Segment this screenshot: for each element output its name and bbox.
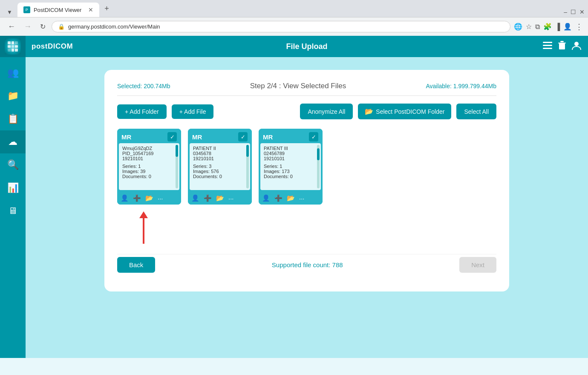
card-1-folder-icon[interactable]: 📂 [145, 194, 153, 202]
file-card-1-body[interactable]: WmujG9ZqDZ PID_10547169 19210101 Series:… [119, 143, 179, 190]
card-1-add-icon[interactable]: ➕ [133, 194, 141, 202]
list-icon [543, 42, 552, 49]
step-title: Step 2/4 : View Selected Files [250, 82, 346, 90]
card-2-add-icon[interactable]: ➕ [204, 194, 212, 202]
tab-expand-btn[interactable]: ▼ [3, 7, 16, 17]
patients-icon: 👥 [7, 67, 19, 78]
panel-footer: Back Supported file count: 788 Next [117, 254, 496, 273]
app-header: postDICOM File Upload [26, 36, 588, 57]
folder-icon: 📁 [7, 90, 19, 101]
file-card-3-id: PATIENT III [264, 146, 317, 151]
card-1-more-icon[interactable]: ··· [158, 195, 163, 202]
card-3-folder-icon[interactable]: 📂 [287, 194, 295, 202]
extensions-btn[interactable]: 🧩 [543, 23, 552, 31]
card-3-person-icon[interactable]: 👤 [262, 194, 270, 202]
trash-icon [558, 41, 566, 50]
file-card-2-id: PATIENT II [193, 146, 247, 151]
browser-tab[interactable]: P PostDICOM Viewer ✕ [17, 3, 99, 17]
card-2-more-icon[interactable]: ··· [228, 195, 234, 202]
forward-nav-btn[interactable]: → [21, 20, 34, 33]
header-list-btn[interactable] [543, 42, 552, 52]
card-3-add-icon[interactable]: ➕ [274, 194, 282, 202]
tab-close-icon[interactable]: ✕ [88, 6, 93, 13]
browser-toolbar-actions: 🌐 ☆ ⧉ 🧩 ▐ 👤 ⋮ [514, 22, 583, 32]
file-card-1-date: 19210101 [122, 156, 176, 161]
minimize-btn[interactable]: – [564, 9, 567, 15]
content-area: Selected: 200.74Mb Step 2/4 : View Selec… [26, 57, 588, 358]
add-file-btn[interactable]: + Add File [172, 104, 214, 119]
file-card-2-docs: Documents: 0 [193, 174, 247, 179]
svg-rect-2 [543, 48, 552, 49]
app-container: 👥 📁 📋 ☁ 🔍 📊 🖥 postDICOM File Upload [0, 36, 588, 358]
add-folder-btn[interactable]: + Add Folder [117, 104, 167, 119]
translate-btn[interactable]: 🌐 [514, 23, 522, 31]
sidebar-item-folder[interactable]: 📁 [0, 84, 26, 107]
monitor-icon: 🖥 [8, 205, 17, 216]
file-card-3-type: MR [263, 133, 273, 141]
file-card-1-header: MR ✓ [117, 129, 181, 143]
next-btn[interactable]: Next [459, 257, 496, 273]
file-card-2-footer: 👤 ➕ 📂 ··· [188, 192, 252, 205]
upload-cloud-icon: ☁ [8, 136, 17, 147]
file-card-1-footer: 👤 ➕ 📂 ··· [117, 192, 181, 205]
bookmark-btn[interactable]: ☆ [526, 23, 532, 31]
file-card-3-images: Images: 173 [264, 169, 317, 174]
card-3-more-icon[interactable]: ··· [299, 195, 305, 202]
file-card-3-header: MR ✓ [259, 129, 323, 143]
selected-info: Selected: 200.74Mb [117, 83, 170, 89]
select-postdicom-folder-btn[interactable]: 📂 Select PostDICOM Folder [358, 104, 451, 119]
file-card-3-footer: 👤 ➕ 📂 ··· [259, 192, 323, 205]
search-list-icon: 🔍 [7, 159, 19, 170]
app-logo-area: postDICOM [26, 42, 73, 51]
file-card-1-docs: Documents: 0 [122, 174, 176, 179]
browser-titlebar: ▼ P PostDICOM Viewer ✕ + – ☐ ✕ [0, 0, 588, 17]
header-actions [543, 41, 581, 52]
file-card-2-images: Images: 576 [193, 169, 247, 174]
new-tab-btn[interactable]: + [101, 4, 112, 13]
file-card-3-body[interactable]: PATIENT III 02456789 19210101 Series: 1 … [260, 143, 321, 190]
back-btn[interactable]: Back [117, 257, 155, 273]
app-header-title: File Upload [286, 42, 327, 51]
close-btn[interactable]: ✕ [579, 9, 585, 15]
sidebar-item-search[interactable]: 🔍 [0, 153, 26, 176]
anonymize-all-btn[interactable]: Anonymize All [300, 104, 353, 119]
file-card-2-type: MR [192, 133, 202, 141]
back-nav-btn[interactable]: ← [5, 20, 18, 33]
file-card-2-scrollbar[interactable] [246, 145, 249, 188]
file-card-1-check[interactable]: ✓ [167, 132, 177, 141]
card-2-person-icon[interactable]: 👤 [191, 194, 199, 202]
reload-btn[interactable]: ↻ [37, 21, 48, 32]
sidebar-item-patients[interactable]: 👥 [0, 61, 26, 84]
card-1-person-icon[interactable]: 👤 [121, 194, 129, 202]
file-card-3-pid: 02456789 [264, 151, 317, 156]
file-card-1-scrollbar[interactable] [176, 145, 178, 188]
svg-rect-3 [551, 42, 552, 43]
sidebar-item-analytics[interactable]: 📊 [0, 176, 26, 199]
maximize-btn[interactable]: ☐ [571, 9, 576, 15]
file-card-1-pid: PID_10547169 [122, 151, 176, 156]
file-card-3-scrollbar[interactable] [317, 145, 320, 188]
card-2-folder-icon[interactable]: 📂 [216, 194, 224, 202]
files-grid: MR ✓ WmujG9ZqDZ PID_10547169 19210101 Se… [117, 129, 496, 205]
address-bar[interactable]: 🔒 germany.postdicom.com/Viewer/Main [52, 21, 510, 32]
header-delete-btn[interactable] [558, 41, 566, 52]
sidebar-item-upload[interactable]: ☁ [0, 130, 26, 153]
select-all-btn[interactable]: Select All [456, 104, 496, 119]
svg-rect-4 [558, 43, 566, 43]
profile-btn[interactable]: 👤 [563, 23, 572, 31]
svg-rect-7 [559, 43, 565, 49]
sidebar-item-layers[interactable]: 📋 [0, 107, 26, 130]
menu-btn[interactable]: ⋮ [575, 22, 583, 32]
file-card-3-check[interactable]: ✓ [309, 132, 318, 141]
user-icon [572, 41, 581, 50]
sidebar-toggle-btn[interactable]: ▐ [555, 23, 560, 31]
file-card-2-series: Series: 3 [193, 164, 247, 169]
url-text: germany.postdicom.com/Viewer/Main [68, 23, 504, 30]
app-main: postDICOM File Upload [26, 36, 588, 358]
sidebar-item-monitor[interactable]: 🖥 [0, 199, 26, 222]
file-card-2-check[interactable]: ✓ [238, 132, 248, 141]
header-user-btn[interactable] [572, 41, 581, 52]
file-card-2-body[interactable]: PATIENT II 0345678 19210101 Series: 3 Im… [190, 143, 250, 190]
file-card-3-date: 19210101 [264, 156, 317, 161]
window-mode-btn[interactable]: ⧉ [535, 23, 540, 31]
